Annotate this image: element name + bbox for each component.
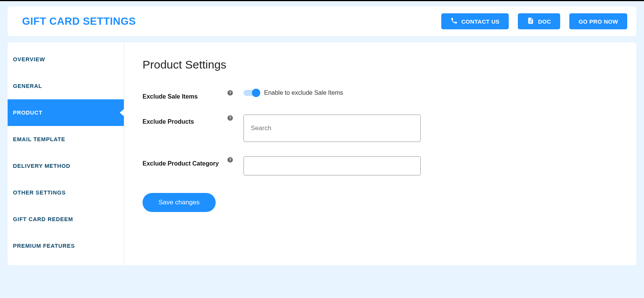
help-icon[interactable]: ? [227, 90, 233, 96]
sidebar-item-label: EMAIL TEMPLATE [13, 136, 65, 142]
content-panel: Product Settings Exclude Sale Items ? En… [124, 42, 636, 265]
document-icon [527, 17, 534, 25]
help-icon[interactable]: ? [227, 157, 233, 163]
label-cell: Exclude Products ? [143, 115, 236, 125]
sidebar-item-premium-features[interactable]: PREMIUM FEATURES [8, 233, 124, 259]
control-cell: Enable to exclude Sale Items [236, 89, 343, 96]
sidebar-item-general[interactable]: GENERAL [8, 73, 124, 99]
header-buttons: CONTACT US DOC GO PRO NOW [441, 13, 627, 29]
sidebar-item-label: GENERAL [13, 83, 42, 89]
help-icon[interactable]: ? [227, 115, 233, 121]
form-rows: Exclude Sale Items ? Enable to exclude S… [143, 89, 618, 175]
sidebar: OVERVIEW GENERAL PRODUCT EMAIL TEMPLATE … [8, 42, 124, 265]
main-area: OVERVIEW GENERAL PRODUCT EMAIL TEMPLATE … [8, 42, 636, 265]
sidebar-item-label: OVERVIEW [13, 56, 45, 62]
label-cell: Exclude Sale Items ? [143, 89, 236, 100]
sidebar-item-gift-card-redeem[interactable]: GIFT CARD REDEEM [8, 206, 124, 233]
sidebar-item-label: PREMIUM FEATURES [13, 243, 75, 249]
exclude-sale-items-toggle[interactable] [244, 90, 259, 96]
header-card: GIFT CARD SETTINGS CONTACT US DOC GO PRO… [8, 6, 636, 36]
label-cell: Exclude Product Category ? [143, 156, 236, 167]
content-title: Product Settings [143, 58, 618, 71]
sidebar-item-email-template[interactable]: EMAIL TEMPLATE [8, 126, 124, 153]
exclude-sale-items-description: Enable to exclude Sale Items [264, 89, 343, 96]
sidebar-item-label: DELIVERY METHOD [13, 163, 70, 169]
exclude-products-label: Exclude Products [143, 115, 194, 125]
toggle-knob [252, 89, 260, 97]
row-exclude-product-category: Exclude Product Category ? [143, 156, 618, 175]
doc-label: DOC [538, 18, 551, 25]
control-cell [236, 156, 421, 175]
exclude-sale-items-label: Exclude Sale Items [143, 89, 198, 100]
sidebar-item-overview[interactable]: OVERVIEW [8, 46, 124, 73]
row-exclude-sale-items: Exclude Sale Items ? Enable to exclude S… [143, 89, 618, 100]
exclude-product-category-input[interactable] [244, 156, 421, 175]
page-title: GIFT CARD SETTINGS [17, 16, 136, 27]
phone-icon [450, 17, 458, 25]
contact-us-label: CONTACT US [461, 18, 500, 25]
save-changes-button[interactable]: Save changes [143, 193, 216, 212]
exclude-product-category-label: Exclude Product Category [143, 156, 219, 167]
contact-us-button[interactable]: CONTACT US [441, 13, 509, 29]
sidebar-item-other-settings[interactable]: OTHER SETTINGS [8, 179, 124, 206]
sidebar-item-label: OTHER SETTINGS [13, 190, 66, 196]
row-exclude-products: Exclude Products ? [143, 115, 618, 142]
exclude-products-input[interactable] [244, 115, 421, 142]
sidebar-item-product[interactable]: PRODUCT [8, 99, 124, 126]
go-pro-label: GO PRO NOW [578, 18, 618, 25]
sidebar-item-label: GIFT CARD REDEEM [13, 216, 73, 222]
doc-button[interactable]: DOC [518, 13, 560, 29]
sidebar-item-delivery-method[interactable]: DELIVERY METHOD [8, 153, 124, 179]
go-pro-button[interactable]: GO PRO NOW [569, 13, 627, 29]
control-cell [236, 115, 421, 142]
sidebar-item-label: PRODUCT [13, 110, 42, 116]
